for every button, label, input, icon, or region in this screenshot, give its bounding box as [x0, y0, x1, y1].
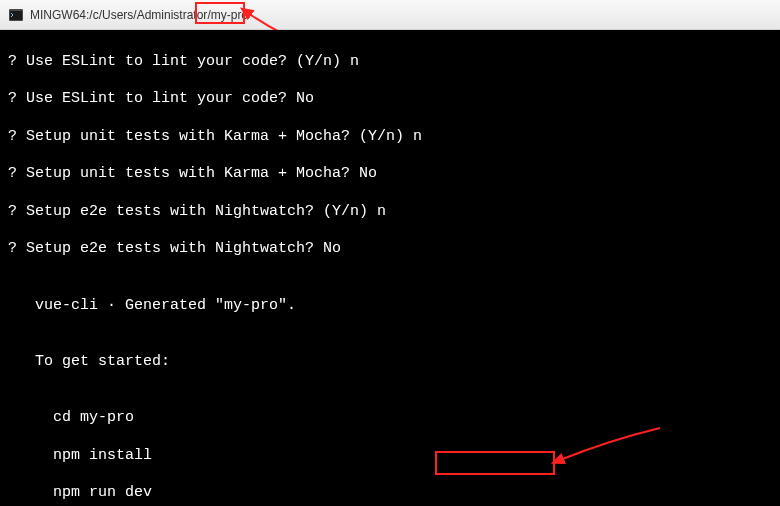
terminal-output[interactable]: ? Use ESLint to lint your code? (Y/n) n …	[0, 30, 780, 506]
window-titlebar: MINGW64:/c/Users/Administrator/my-pro	[0, 0, 780, 30]
output-line: vue-cli · Generated "my-pro".	[8, 297, 772, 316]
output-line: ? Setup e2e tests with Nightwatch? No	[8, 240, 772, 259]
window-title: MINGW64:/c/Users/Administrator/my-pro	[30, 8, 248, 22]
output-line: ? Setup unit tests with Karma + Mocha? (…	[8, 128, 772, 147]
title-path-prefix: MINGW64:/c/Users/Administrator	[30, 8, 207, 22]
output-line: ? Setup e2e tests with Nightwatch? (Y/n)…	[8, 203, 772, 222]
output-line: npm run dev	[8, 484, 772, 503]
output-line: To get started:	[8, 353, 772, 372]
output-line: ? Use ESLint to lint your code? No	[8, 90, 772, 109]
terminal-icon	[8, 7, 24, 23]
output-line: cd my-pro	[8, 409, 772, 428]
title-path-highlight: /my-pro	[207, 8, 248, 22]
output-line: ? Setup unit tests with Karma + Mocha? N…	[8, 165, 772, 184]
output-line: ? Use ESLint to lint your code? (Y/n) n	[8, 53, 772, 72]
output-line: npm install	[8, 447, 772, 466]
